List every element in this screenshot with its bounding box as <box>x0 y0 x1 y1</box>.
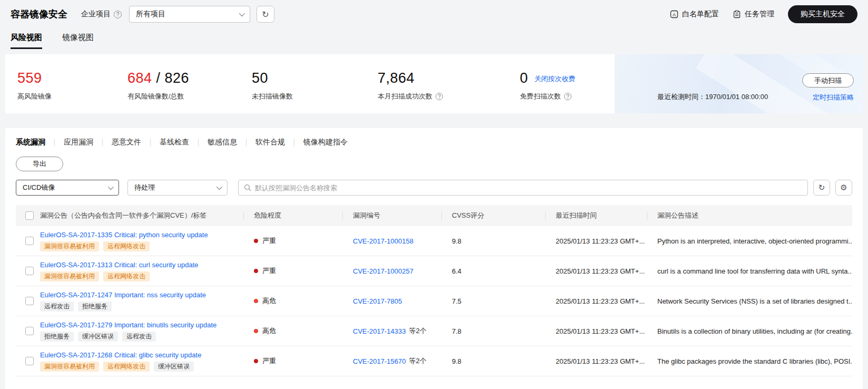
vuln-tag: 漏洞很容易被利用 <box>40 241 99 251</box>
export-button[interactable]: 导出 <box>16 157 63 171</box>
row-checkbox[interactable] <box>25 297 34 305</box>
severity-dot <box>254 299 258 303</box>
task-manage-link[interactable]: 任务管理 <box>733 9 774 19</box>
help-icon[interactable]: ? <box>564 93 571 100</box>
table-row: EulerOS-SA-2017-1279 Important: binutils… <box>16 316 852 346</box>
task-manage-label: 任务管理 <box>745 9 774 19</box>
help-icon[interactable]: ? <box>436 93 443 100</box>
status-filter[interactable]: 待处理 <box>127 180 228 196</box>
vuln-tag: 缓冲区错误 <box>78 332 118 342</box>
stat-free-scans: 0 关闭按次收费 免费扫描次数? <box>520 70 576 101</box>
risk-tab-4[interactable]: 基线检查 <box>160 138 189 147</box>
row-checkbox[interactable] <box>25 237 34 245</box>
announcement-link[interactable]: EulerOS-SA-2017-1268 Critical: glibc sec… <box>40 351 201 359</box>
chevron-down-icon <box>108 184 114 190</box>
severity-cell: 严重 <box>243 356 342 366</box>
image-type-filter[interactable]: CI/CD镜像 <box>16 180 119 196</box>
cve-cell: CVE-2017-1000257 <box>342 267 441 275</box>
risk-tab-2[interactable]: 应用漏洞 <box>64 138 93 147</box>
cve-extra-count: 等2个 <box>409 356 426 366</box>
severity-label: 严重 <box>262 356 276 366</box>
vuln-tag: 拒绝服务 <box>78 302 112 312</box>
stat-unscanned: 50 未扫描镜像数 <box>252 70 293 101</box>
project-select-value: 所有项目 <box>136 9 165 19</box>
select-all-checkbox[interactable] <box>25 211 34 220</box>
help-icon[interactable]: ? <box>114 11 122 18</box>
cvss-score: 9.8 <box>441 357 545 365</box>
column-header: 危险程度 <box>243 205 342 226</box>
stat-risky-total: 684 / 826 有风险镜像数/总数 <box>127 70 189 101</box>
topbar-actions: A 白名单配置 任务管理 购买主机安全 <box>670 5 857 23</box>
announcement-link[interactable]: EulerOS-SA-2017-1335 Critical: python se… <box>40 231 208 239</box>
refresh-button[interactable]: ↻ <box>257 6 274 23</box>
tab-risk-view[interactable]: 风险视图 <box>11 33 42 49</box>
description: The glibc packages provide the standard … <box>647 357 852 365</box>
risk-tab-7[interactable]: 镜像构建指令 <box>303 138 348 147</box>
cve-link[interactable]: CVE-2017-14333 <box>353 327 406 335</box>
row-checkbox[interactable] <box>25 267 34 275</box>
project-select[interactable]: 所有项目 <box>129 6 250 23</box>
severity-cell: 严重 <box>243 236 342 246</box>
risk-tab-3[interactable]: 恶意文件 <box>112 138 141 147</box>
stat-month-scans-label: 本月扫描成功次数 <box>378 92 432 101</box>
tab-divider <box>198 139 199 146</box>
scan-time: 2025/01/13 11:23:23 GMT+... <box>545 357 647 365</box>
vulnerability-table: 漏洞公告（公告内会包含同一软件多个漏洞CVE）/标签危险程度漏洞编号CVSS评分… <box>16 205 852 376</box>
announcement-link[interactable]: EulerOS-SA-2017-1247 Important: nss secu… <box>40 291 206 299</box>
whitelist-config-link[interactable]: A 白名单配置 <box>670 9 719 19</box>
tag-row: 远程攻击拒绝服务 <box>40 302 116 312</box>
manual-scan-button[interactable]: 手动扫描 <box>802 73 854 87</box>
whitelist-icon: A <box>670 10 678 18</box>
table-settings-button[interactable]: ⚙ <box>835 180 852 196</box>
cve-link[interactable]: CVE-2017-7805 <box>353 297 402 305</box>
announcement-cell: EulerOS-SA-2017-1247 Important: nss secu… <box>36 291 243 312</box>
vuln-tag: 缓冲区错误 <box>154 362 194 372</box>
row-checkbox-cell <box>16 237 36 245</box>
last-scan-label: 最近检测时间： <box>657 93 705 101</box>
risk-tab-5[interactable]: 敏感信息 <box>208 138 237 147</box>
stat-unscanned-label: 未扫描镜像数 <box>252 92 293 101</box>
tab-divider <box>294 139 294 146</box>
cve-link[interactable]: CVE-2017-1000158 <box>353 237 413 245</box>
enterprise-project-label: 企业项目 <box>81 9 111 19</box>
cve-cell: CVE-2017-7805 <box>342 297 441 305</box>
announcement-link[interactable]: EulerOS-SA-2017-1279 Important: binutils… <box>40 321 216 329</box>
cve-extra-count: 等2个 <box>409 326 426 336</box>
cve-cell: CVE-2017-14333等2个 <box>342 326 441 336</box>
risk-tab-6[interactable]: 软件合规 <box>255 138 285 147</box>
topbar: 容器镜像安全 企业项目 ? 所有项目 ↻ A 白名单配置 任务管理 购买主机安全 <box>0 0 868 23</box>
table-refresh-button[interactable]: ↻ <box>813 180 830 196</box>
tab-image-view[interactable]: 镜像视图 <box>62 33 94 49</box>
row-checkbox[interactable] <box>25 357 34 365</box>
row-checkbox[interactable] <box>25 327 34 335</box>
column-header-label: 危险程度 <box>254 211 281 220</box>
severity-dot <box>254 269 258 273</box>
scan-time: 2025/01/13 11:23:23 GMT+... <box>545 327 647 335</box>
severity-label: 高危 <box>262 326 276 336</box>
cve-link[interactable]: CVE-2017-15670 <box>353 357 406 365</box>
tag-row: 拒绝服务缓冲区错误远程攻击 <box>40 332 160 342</box>
table-header: 漏洞公告（公告内会包含同一软件多个漏洞CVE）/标签危险程度漏洞编号CVSS评分… <box>16 205 852 226</box>
risk-tab-1[interactable]: 系统漏洞 <box>16 138 45 147</box>
column-header: 漏洞公告描述 <box>647 205 852 226</box>
page-title: 容器镜像安全 <box>11 8 67 21</box>
description: Network Security Services (NSS) is a set… <box>647 297 852 305</box>
tab-divider <box>102 139 103 146</box>
announcement-link[interactable]: EulerOS-SA-2017-1313 Critical: curl secu… <box>40 261 199 269</box>
cve-link[interactable]: CVE-2017-1000257 <box>353 267 413 275</box>
close-pay-per-scan-link[interactable]: 关闭按次收费 <box>535 74 576 86</box>
tag-row: 漏洞很容易被利用远程网络攻击缓冲区错误 <box>40 362 198 372</box>
filter-row: CI/CD镜像 待处理 ↻ ⚙ <box>16 180 852 196</box>
tag-row: 漏洞很容易被利用远程网络攻击 <box>40 241 154 251</box>
schedule-scan-policy-link[interactable]: 定时扫描策略 <box>813 93 854 102</box>
description: curl is a command line tool for transfer… <box>647 267 852 275</box>
column-header: 漏洞公告（公告内会包含同一软件多个漏洞CVE）/标签 <box>36 205 243 226</box>
risk-category-tabs: 系统漏洞应用漏洞恶意文件基线检查敏感信息软件合规镜像构建指令 <box>16 138 852 147</box>
column-header-label: 最近扫描时间 <box>556 211 597 220</box>
search-input[interactable] <box>255 184 802 192</box>
search-icon <box>244 184 251 191</box>
column-header: 漏洞编号 <box>342 205 441 226</box>
announcement-cell: EulerOS-SA-2017-1279 Important: binutils… <box>36 321 243 342</box>
scan-actions-panel: 手动扫描 最近检测时间：1970/01/01 08:00:00 定时扫描策略 <box>615 54 863 113</box>
buy-hss-button[interactable]: 购买主机安全 <box>788 5 857 23</box>
